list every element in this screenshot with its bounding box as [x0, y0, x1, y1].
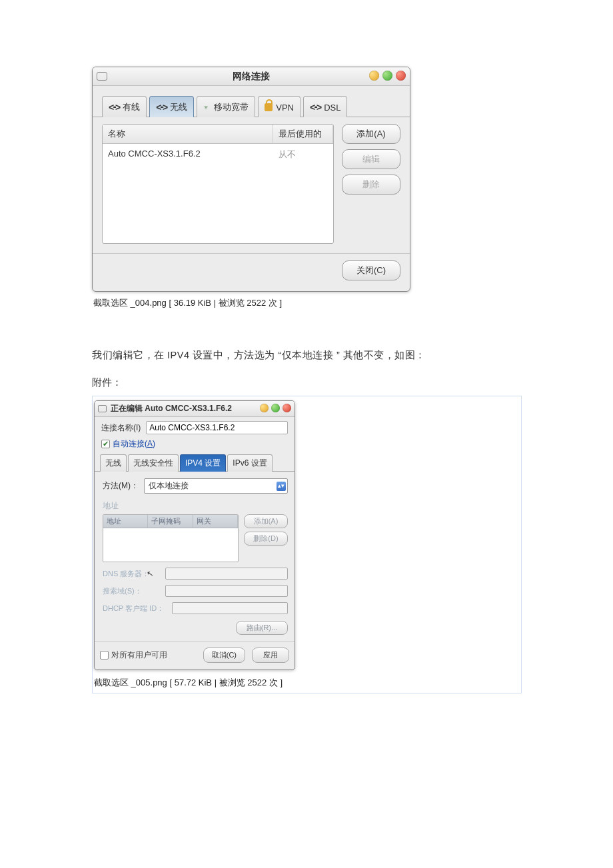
screenshot-caption: 截取选区 _005.png [ 57.72 KiB | 被浏览 2522 次 ] — [94, 677, 521, 689]
edit-connection-window: 正在编辑 Auto CMCC-XS3.1.F6.2 连接名称(I) ✔ 自动连接… — [94, 400, 295, 670]
tab-label: 有线 — [123, 101, 140, 113]
method-combo[interactable]: 仅本地连接 ▴▾ — [144, 478, 288, 494]
titlebar[interactable]: 网络连接 — [93, 67, 410, 86]
auto-connect-checkbox[interactable]: ✔ — [101, 440, 110, 448]
connection-type-tabs: <··> 有线 <··> 无线 ᯤ 移动宽带 VPN <··> DSL — [93, 86, 410, 117]
close-button[interactable]: 关闭(C) — [342, 260, 400, 280]
chevron-updown-icon: ▴▾ — [277, 482, 286, 491]
connections-list[interactable]: 名称 最后使用的 Auto CMCC-XS3.1.F6.2 从不 — [102, 124, 334, 244]
conn-last-used: 从不 — [273, 144, 333, 165]
window-title: 正在编辑 Auto CMCC-XS3.1.F6.2 — [95, 403, 232, 414]
cancel-button[interactable]: 取消(C) — [203, 648, 245, 663]
search-domains-label: 搜索域(S)： — [103, 586, 161, 596]
dhcp-client-field[interactable] — [172, 602, 288, 614]
conn-name: Auto CMCC-XS3.1.F6.2 — [103, 144, 273, 165]
routes-button[interactable]: 路由(R)... — [236, 621, 288, 635]
tab-ipv4[interactable]: IPV4 设置 — [180, 454, 226, 472]
tab-wireless-security[interactable]: 无线安全性 — [128, 454, 179, 472]
tab-wireless[interactable]: <··> 无线 — [149, 96, 194, 117]
tab-label: 移动宽带 — [214, 101, 249, 113]
apply-button[interactable]: 应用 — [252, 648, 289, 663]
dsl-icon: <··> — [310, 102, 320, 113]
all-users-checkbox[interactable]: ✔ — [100, 651, 109, 659]
list-item[interactable]: Auto CMCC-XS3.1.F6.2 从不 — [103, 144, 333, 165]
method-value: 仅本地连接 — [149, 480, 189, 492]
conn-name-label: 连接名称(I) — [101, 422, 141, 434]
col-netmask[interactable]: 子网掩码 — [148, 515, 193, 528]
list-header: 名称 最后使用的 — [103, 125, 333, 144]
tab-vpn[interactable]: VPN — [258, 96, 301, 117]
wired-icon: <··> — [109, 102, 119, 113]
dns-label: DNS 服务器：↖ — [103, 569, 161, 579]
close-icon[interactable] — [283, 404, 291, 412]
minimize-icon[interactable] — [369, 71, 379, 81]
col-address[interactable]: 地址 — [103, 515, 148, 528]
add-button[interactable]: 添加(A) — [342, 124, 400, 144]
tab-dsl[interactable]: <··> DSL — [303, 96, 347, 117]
minimize-icon[interactable] — [260, 404, 269, 412]
maximize-icon[interactable] — [271, 404, 280, 412]
search-domains-field[interactable] — [165, 585, 288, 597]
titlebar[interactable]: 正在编辑 Auto CMCC-XS3.1.F6.2 — [95, 401, 295, 417]
method-label: 方法(M)： — [103, 480, 139, 492]
addresses-header: 地址 子网掩码 网关 — [103, 515, 238, 528]
network-connections-window: 网络连接 <··> 有线 <··> 无线 ᯤ 移动宽带 VPN — [92, 67, 410, 292]
delete-button[interactable]: 删除 — [342, 175, 400, 195]
col-last-used[interactable]: 最后使用的 — [273, 125, 333, 143]
tab-wired[interactable]: <··> 有线 — [102, 96, 147, 117]
tab-mobile[interactable]: ᯤ 移动宽带 — [197, 96, 255, 117]
addresses-table[interactable]: 地址 子网掩码 网关 — [103, 514, 239, 562]
tab-label: 无线 — [170, 101, 187, 113]
settings-tabs: 无线 无线安全性 IPV4 设置 IPv6 设置 — [95, 454, 295, 472]
addresses-section-label: 地址 — [103, 500, 288, 512]
close-icon[interactable] — [396, 71, 406, 81]
tab-wireless[interactable]: 无线 — [100, 454, 127, 472]
window-icon — [98, 405, 107, 412]
auto-connect-label: 自动连接(A) — [113, 438, 155, 450]
addr-add-button[interactable]: 添加(A) — [244, 514, 288, 528]
tab-ipv6[interactable]: IPv6 设置 — [227, 454, 272, 472]
instruction-text: 我们编辑它，在 IPV4 设置中，方法选为 “仅本地连接 ” 其他不变，如图： — [92, 349, 613, 362]
col-name[interactable]: 名称 — [103, 125, 273, 143]
lock-icon — [265, 103, 273, 111]
tab-label: VPN — [276, 103, 294, 113]
addr-delete-button[interactable]: 删除(D) — [244, 532, 288, 546]
cursor-icon: ↖ — [146, 568, 154, 579]
mobile-icon: ᯤ — [203, 103, 211, 111]
dns-field[interactable] — [165, 568, 288, 580]
screenshot-caption: 截取选区 _004.png [ 36.19 KiB | 被浏览 2522 次 ] — [93, 297, 613, 309]
window-icon — [97, 72, 107, 81]
conn-name-field[interactable] — [146, 421, 288, 434]
maximize-icon[interactable] — [382, 71, 392, 81]
screenshot-2-wrap: 正在编辑 Auto CMCC-XS3.1.F6.2 连接名称(I) ✔ 自动连接… — [92, 396, 522, 693]
dhcp-client-label: DHCP 客户端 ID： — [103, 604, 168, 614]
window-title: 网络连接 — [93, 71, 410, 83]
all-users-label: 对所有用户可用 — [111, 650, 167, 661]
edit-button[interactable]: 编辑 — [342, 149, 400, 169]
wireless-icon: <··> — [156, 102, 167, 113]
col-gateway[interactable]: 网关 — [193, 515, 238, 528]
attachment-label: 附件： — [92, 376, 613, 389]
tab-label: DSL — [324, 103, 340, 113]
